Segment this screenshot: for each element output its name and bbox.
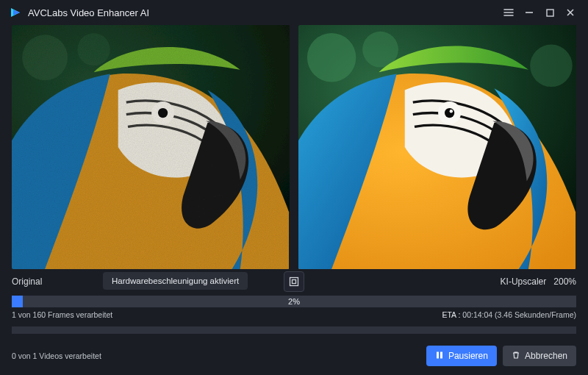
svg-point-12 — [450, 110, 453, 113]
preview-labels-row: Original Hardwarebeschleunigung aktivier… — [0, 269, 588, 293]
footer: 0 von 1 Videos verarbeitet Pausieren Abb… — [0, 341, 588, 375]
frames-progress-percent: 2% — [12, 296, 576, 307]
svg-rect-14 — [293, 280, 296, 284]
svg-rect-0 — [547, 10, 553, 16]
maximize-button[interactable] — [539, 2, 560, 23]
app-logo-icon — [9, 6, 22, 19]
pause-icon — [435, 351, 444, 362]
svg-rect-13 — [290, 278, 298, 286]
hw-accel-tooltip: Hardwarebeschleunigung aktiviert — [103, 272, 248, 290]
videos-progress-bar — [12, 326, 576, 334]
cancel-button[interactable]: Abbrechen — [503, 346, 576, 366]
app-title: AVCLabs Video Enhancer AI — [28, 7, 149, 18]
titlebar: AVCLabs Video Enhancer AI — [0, 0, 588, 25]
pause-button[interactable]: Pausieren — [426, 346, 497, 366]
preview-comparison — [0, 25, 588, 269]
frames-progress-bar: 2% — [12, 296, 576, 307]
svg-point-3 — [77, 33, 110, 65]
scale-percent: 200% — [553, 276, 576, 287]
svg-point-11 — [445, 108, 454, 118]
svg-point-7 — [307, 33, 356, 82]
svg-point-2 — [22, 35, 68, 80]
minimize-button[interactable] — [519, 2, 539, 23]
progress-area: 2% 1 von 160 Frames verarbeitet ETA : 00… — [0, 293, 588, 341]
menu-button[interactable] — [498, 2, 519, 23]
preview-enhanced — [298, 25, 576, 269]
videos-status: 0 von 1 Videos verarbeitet — [12, 351, 101, 360]
svg-rect-16 — [440, 351, 442, 358]
close-button[interactable] — [560, 2, 581, 23]
compare-mode-button[interactable] — [284, 271, 304, 292]
trash-icon — [512, 351, 520, 362]
preview-original — [12, 25, 290, 269]
label-upscaler: KI-Upscaler200% — [501, 276, 576, 287]
label-original: Original — [12, 276, 42, 287]
frames-eta: ETA : 00:14:04 (3.46 Sekunden/Frame) — [442, 310, 576, 319]
svg-rect-15 — [437, 351, 439, 358]
svg-point-5 — [158, 108, 168, 118]
frames-status: 1 von 160 Frames verarbeitet — [12, 310, 112, 319]
svg-point-9 — [530, 45, 573, 88]
